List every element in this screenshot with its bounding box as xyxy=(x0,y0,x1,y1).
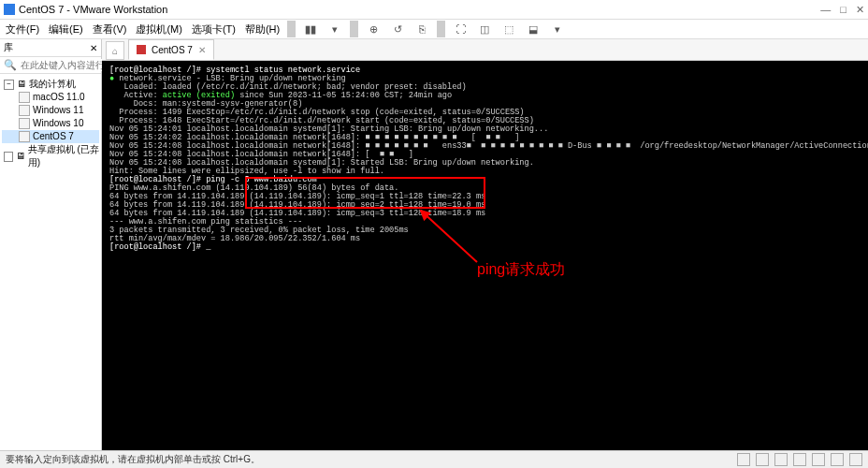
vm-icon xyxy=(19,105,30,116)
status-text: 要将输入定向到该虚拟机，请在虚拟机内部单击或按 Ctrl+G。 xyxy=(6,453,260,466)
search-icon: 🔍 xyxy=(4,59,17,71)
titlebar: CentOS 7 - VMware Workstation — □ ✕ xyxy=(0,0,868,20)
device-icon[interactable] xyxy=(774,453,788,466)
device-icon[interactable] xyxy=(793,453,806,466)
fullscreen-icon[interactable]: ⛶ xyxy=(449,22,471,37)
window-title: CentOS 7 - VMware Workstation xyxy=(19,4,167,15)
tree-shared[interactable]: 🖥 共享虚拟机 (已弃用) xyxy=(2,143,99,169)
sidebar: 库 ✕ 🔍 ▼ − 🖥 我的计算机 macOS 11.0 Windows 11 xyxy=(0,39,102,451)
tree-shared-label: 共享虚拟机 (已弃用) xyxy=(28,143,99,169)
tabbar: ⌂ CentOS 7 ✕ xyxy=(102,39,868,61)
separator xyxy=(350,21,358,37)
tree-item-centos[interactable]: CentOS 7 xyxy=(2,130,99,143)
device-icon[interactable] xyxy=(812,453,825,466)
menu-file[interactable]: 文件(F) xyxy=(2,21,43,38)
tree-item-label: macOS 11.0 xyxy=(33,91,85,104)
separator xyxy=(437,21,445,37)
home-icon: ⌂ xyxy=(112,46,118,56)
maximize-button[interactable]: □ xyxy=(840,4,846,15)
menu-vm[interactable]: 虚拟机(M) xyxy=(132,21,186,38)
device-icon[interactable] xyxy=(737,453,750,466)
terminal-line: [root@localhost /]# _ xyxy=(109,243,868,252)
vm-icon xyxy=(19,118,30,129)
terminal[interactable]: [root@localhost /]# systemctl status net… xyxy=(102,61,868,451)
minimize-button[interactable]: — xyxy=(820,4,831,15)
home-tab[interactable]: ⌂ xyxy=(106,41,124,60)
unity-icon[interactable]: ◫ xyxy=(473,22,496,37)
console-icon[interactable]: ⬚ xyxy=(498,22,520,37)
toolbar-more-icon[interactable]: ▾ xyxy=(546,22,569,37)
tree-item-label: Windows 10 xyxy=(33,117,83,130)
vm-icon xyxy=(19,131,30,142)
sidebar-title: 库 xyxy=(4,41,13,54)
tree-item-label: CentOS 7 xyxy=(33,130,74,143)
vm-icon xyxy=(19,92,30,103)
toolbar-dropdown-icon[interactable]: ▾ xyxy=(324,22,346,37)
app-icon xyxy=(4,4,15,15)
tree-item-macos[interactable]: macOS 11.0 xyxy=(2,91,99,104)
menubar: 文件(F) 编辑(E) 查看(V) 虚拟机(M) 选项卡(T) 帮助(H) ▮▮… xyxy=(0,20,868,39)
tree-item-win10[interactable]: Windows 10 xyxy=(2,117,99,130)
tree-root-label: 我的计算机 xyxy=(29,78,76,91)
statusbar: 要将输入定向到该虚拟机，请在虚拟机内部单击或按 Ctrl+G。 xyxy=(0,450,868,468)
menu-help[interactable]: 帮助(H) xyxy=(241,21,283,38)
manage-icon[interactable]: ⎘ xyxy=(411,22,433,37)
pause-icon[interactable]: ▮▮ xyxy=(299,22,322,37)
menu-edit[interactable]: 编辑(E) xyxy=(45,21,87,38)
sidebar-search[interactable]: 🔍 ▼ xyxy=(0,57,101,74)
tree-item-win11[interactable]: Windows 11 xyxy=(2,104,99,117)
main-area: ⌂ CentOS 7 ✕ [root@localhost /]# systemc… xyxy=(102,39,868,451)
stretch-icon[interactable]: ⬓ xyxy=(522,22,544,37)
device-icon[interactable] xyxy=(756,453,769,466)
terminal-line: rtt min/avg/max/mdev = 18.986/20.095/22.… xyxy=(109,235,868,243)
close-button[interactable]: ✕ xyxy=(856,4,864,16)
vm-tree: − 🖥 我的计算机 macOS 11.0 Windows 11 Windows … xyxy=(0,74,101,173)
menu-tabs[interactable]: 选项卡(T) xyxy=(188,21,239,38)
folder-icon: 🖥 xyxy=(17,78,26,91)
separator xyxy=(287,21,296,37)
tree-item-label: Windows 11 xyxy=(33,104,83,117)
snapshot-icon[interactable]: ⊕ xyxy=(362,22,384,37)
menu-view[interactable]: 查看(V) xyxy=(89,21,131,38)
expand-icon[interactable] xyxy=(4,152,13,162)
tab-label: CentOS 7 xyxy=(152,45,193,55)
folder-icon: 🖥 xyxy=(16,150,25,163)
vm-tab[interactable]: CentOS 7 ✕ xyxy=(128,39,214,60)
tab-vm-icon xyxy=(137,45,146,54)
tree-root[interactable]: − 🖥 我的计算机 xyxy=(2,78,99,91)
revert-icon[interactable]: ↺ xyxy=(386,22,409,37)
sidebar-close-icon[interactable]: ✕ xyxy=(90,43,97,53)
tab-close-icon[interactable]: ✕ xyxy=(198,45,206,55)
device-icon[interactable] xyxy=(849,453,862,466)
collapse-icon[interactable]: − xyxy=(4,80,14,90)
device-icon[interactable] xyxy=(831,453,844,466)
